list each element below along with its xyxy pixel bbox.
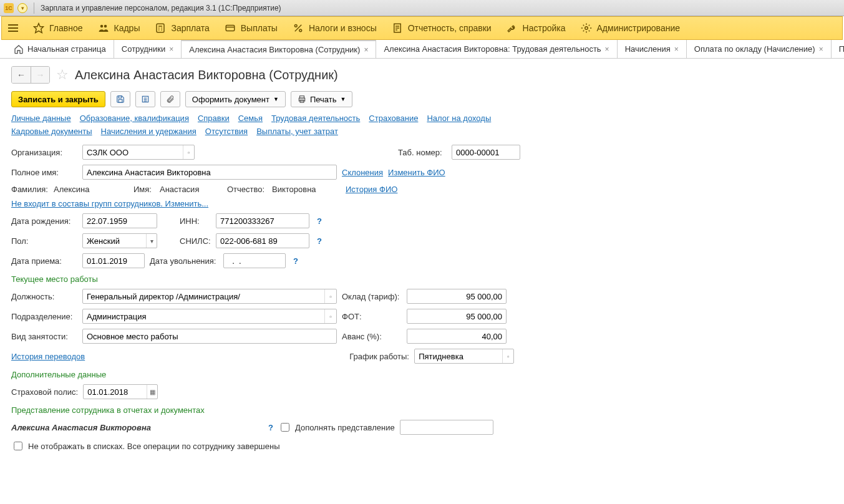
dob-input[interactable] <box>83 214 157 228</box>
add-repr-checkbox-wrap[interactable]: Дополнять представление <box>278 421 395 434</box>
repr-help-icon[interactable]: ? <box>268 423 273 432</box>
menu-salary[interactable]: Зарплата <box>155 22 209 34</box>
hire-input-wrap <box>82 253 145 268</box>
emptype-label: Вид занятости: <box>11 332 77 341</box>
separator <box>34 2 34 14</box>
advance-input[interactable] <box>407 329 506 343</box>
card-button[interactable] <box>135 91 155 107</box>
insurance-input[interactable] <box>84 385 147 399</box>
home-icon <box>14 44 24 54</box>
org-input-wrap: ▫ <box>82 145 195 160</box>
hide-in-lists-checkbox-wrap[interactable]: Не отображать в списках. Все операции по… <box>11 440 280 452</box>
menu-payments[interactable]: Выплаты <box>225 22 278 34</box>
sex-dropdown-icon[interactable]: ▾ <box>146 234 157 248</box>
patr-label: Отчество: <box>227 185 267 194</box>
hire-input[interactable] <box>83 254 144 268</box>
position-picker-icon[interactable]: ▫ <box>324 289 336 303</box>
menu-settings[interactable]: Настройка <box>507 22 566 34</box>
emptype-input[interactable] <box>83 329 336 343</box>
position-input[interactable] <box>83 289 324 303</box>
nav-forward-button[interactable]: → <box>31 67 49 83</box>
org-input[interactable] <box>83 145 183 159</box>
dept-picker-icon[interactable]: ▫ <box>324 309 336 323</box>
link-personal[interactable]: Личные данные <box>11 114 71 123</box>
inn-label: ИНН: <box>180 216 211 226</box>
calc-icon <box>155 22 166 34</box>
add-repr-checkbox[interactable] <box>281 423 289 432</box>
salary-input[interactable] <box>407 289 506 303</box>
link-insurance[interactable]: Страхование <box>369 114 418 123</box>
sex-input-wrap: ▾ <box>82 233 157 248</box>
tab-salary-accrual[interactable]: Оплата по окладу (Начисление)× <box>687 40 832 58</box>
link-family[interactable]: Семья <box>238 114 263 123</box>
section-links-1: Личные данные Образование, квалификация … <box>11 114 833 123</box>
change-fio-link[interactable]: Изменить ФИО <box>388 168 445 177</box>
declensions-link[interactable]: Склонения <box>342 168 383 177</box>
schedule-picker-icon[interactable]: ▫ <box>502 349 513 363</box>
link-labor[interactable]: Трудовая деятельность <box>271 114 360 123</box>
calendar-icon[interactable]: ▦ <box>147 385 157 399</box>
tab-home[interactable]: Начальная страница <box>6 40 114 58</box>
fio-history-link[interactable]: История ФИО <box>346 185 397 194</box>
fire-input[interactable] <box>224 254 285 268</box>
close-icon[interactable]: × <box>819 45 823 54</box>
tab-employees[interactable]: Сотрудники× <box>114 40 182 58</box>
transfers-history-link[interactable]: История переводов <box>11 352 85 361</box>
close-icon[interactable]: × <box>364 46 368 54</box>
org-picker-icon[interactable]: ▫ <box>183 145 194 159</box>
link-refs[interactable]: Справки <box>198 114 230 123</box>
percent-icon <box>293 22 304 34</box>
link-absences[interactable]: Отсутствия <box>205 127 248 136</box>
fullname-input-wrap <box>82 165 337 180</box>
fullname-label: Полное имя: <box>11 168 77 177</box>
tab-label: Начисления <box>625 44 671 54</box>
close-icon[interactable]: × <box>169 45 173 54</box>
link-hr-docs[interactable]: Кадровые документы <box>11 127 92 136</box>
save-button[interactable] <box>110 91 130 107</box>
close-icon[interactable]: × <box>605 45 609 54</box>
menu-reports[interactable]: Отчетность, справки <box>392 22 492 34</box>
snils-input[interactable] <box>216 234 309 248</box>
link-payments[interactable]: Выплаты, учет затрат <box>256 127 338 136</box>
save-close-button[interactable]: Записать и закрыть <box>11 91 105 107</box>
favorite-star-icon[interactable]: ☆ <box>56 67 69 83</box>
inn-help-icon[interactable]: ? <box>317 216 322 226</box>
create-doc-button[interactable]: Оформить документ▼ <box>185 91 286 107</box>
repr-section-title: Представление сотрудника в отчетах и док… <box>11 405 833 415</box>
link-accruals[interactable]: Начисления и удержания <box>101 127 196 136</box>
tab-accruals[interactable]: Начисления× <box>618 40 687 58</box>
menu-label: Администрирование <box>597 23 681 33</box>
attach-button[interactable] <box>160 91 180 107</box>
print-button[interactable]: Печать▼ <box>291 91 353 107</box>
tabnum-input-wrap <box>452 145 520 160</box>
fire-help-icon[interactable]: ? <box>293 256 298 266</box>
hide-in-lists-checkbox[interactable] <box>14 442 22 450</box>
groups-link[interactable]: Не входит в составы групп сотрудников. И… <box>11 199 208 208</box>
tab-labor-activity[interactable]: Алексина Анастасия Викторовна: Трудовая … <box>376 40 617 58</box>
fot-input[interactable] <box>407 309 506 323</box>
menu-admin[interactable]: Администрирование <box>581 22 681 34</box>
tab-employee-card[interactable]: Алексина Анастасия Викторовна (Сотрудник… <box>182 40 376 58</box>
dept-input[interactable] <box>83 309 324 323</box>
tabnum-input[interactable] <box>452 145 520 159</box>
snils-help-icon[interactable]: ? <box>317 236 322 246</box>
inn-input[interactable] <box>216 214 309 228</box>
hire-label: Дата приема: <box>11 256 77 266</box>
tab-label: Алексина Анастасия Викторовна: Трудовая … <box>384 44 601 54</box>
menu-kadry[interactable]: Кадры <box>98 22 140 34</box>
sex-input[interactable] <box>83 234 146 248</box>
link-tax[interactable]: Налог на доходы <box>427 114 491 123</box>
schedule-input[interactable] <box>415 349 502 363</box>
tab-more[interactable]: Показа <box>832 40 844 58</box>
nav-back-button[interactable]: ← <box>12 67 31 83</box>
svg-point-18 <box>584 27 588 30</box>
menu-taxes[interactable]: Налоги и взносы <box>293 22 377 34</box>
repr-extra-input[interactable] <box>400 420 493 434</box>
link-education[interactable]: Образование, квалификация <box>80 114 189 123</box>
insurance-label: Страховой полис: <box>11 387 78 397</box>
close-icon[interactable]: × <box>674 45 679 54</box>
app-dropdown-icon[interactable]: ▾ <box>17 3 27 13</box>
menu-main[interactable]: Главное <box>33 22 83 34</box>
hamburger-icon[interactable] <box>8 24 18 32</box>
fullname-input[interactable] <box>83 165 336 179</box>
